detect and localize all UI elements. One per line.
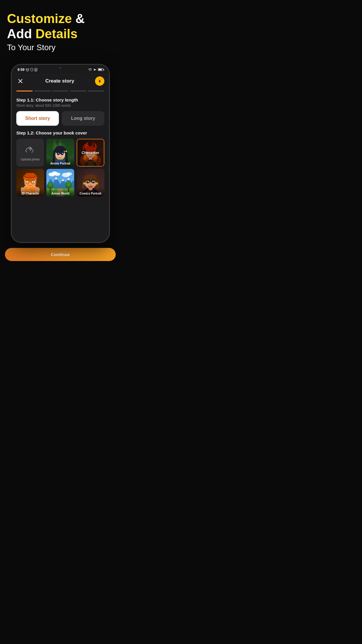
alarm-icon [26,68,29,71]
close-button[interactable] [16,77,24,85]
anime-world-card[interactable]: Anime World [46,169,74,197]
svg-point-70 [66,181,71,186]
long-story-button[interactable]: Long story [62,111,104,126]
character-overlay-label: Character [77,139,104,166]
story-length-selector: Short story Long story [12,111,109,130]
top-nav: Create story [12,73,109,89]
progress-segment-2 [34,90,50,92]
svg-point-17 [62,153,63,154]
svg-rect-42 [25,173,35,177]
status-icons-right [88,68,103,71]
progress-segment-3 [52,90,68,92]
battery-icon [98,68,103,71]
upload-photo-card[interactable]: Upload photo [16,139,44,167]
short-story-button[interactable]: Short story [16,111,59,126]
comics-portrait-label: Comics Portrait [77,187,104,197]
title-amp: & [75,11,85,26]
svg-rect-5 [99,82,100,83]
step1-title: Step 1.1: Choose story length [16,97,104,102]
wifi-icon [88,68,92,71]
hint-button[interactable] [95,76,104,86]
anime-portrait-card[interactable]: Anime Portrait [46,139,74,167]
book-cover-section: Step 1.2: Choose your book cover Upload … [12,130,109,197]
status-left: 9:59 [17,68,37,72]
comics-portrait-card[interactable]: Comics Portrait [77,169,104,197]
svg-point-91 [83,183,87,186]
svg-line-4 [98,79,99,79]
title-details: Details [36,27,78,41]
svg-point-50 [27,182,27,182]
camera-dot [59,67,61,69]
upload-icon [24,144,36,156]
nav-title: Create story [24,78,95,84]
character-card[interactable]: Character [77,139,104,167]
title-customize: Customize [7,11,72,26]
svg-point-16 [58,153,59,154]
download-icon [34,68,37,71]
anime-world-label: Anime World [46,187,74,197]
shield-icon [30,68,33,71]
svg-point-51 [34,182,34,182]
app-content: Create story [12,73,109,242]
svg-point-11 [55,146,66,154]
phone-notch [49,65,72,71]
upload-label: Upload photo [21,158,40,161]
cta-label: Continue [51,252,70,257]
bottom-spacer [12,197,109,214]
title-add: Add [7,27,36,41]
3d-character-card[interactable]: 3D Character [16,169,44,197]
svg-point-87 [88,181,88,182]
title-line2: Add Details [7,27,114,41]
svg-point-61 [55,173,60,176]
phone-mockup: 9:59 [11,64,110,243]
airplane-icon [93,68,97,71]
cta-button[interactable]: Continue [5,248,116,261]
svg-point-53 [34,183,36,186]
svg-point-88 [93,181,94,182]
svg-point-52 [24,183,27,186]
step1-subtitle: Short story: about 500–1000 words [16,104,104,108]
3d-character-label: 3D Character [16,187,44,197]
svg-point-92 [94,183,98,186]
header-section: Customize & Add Details To Your Story [0,0,121,58]
bottom-section: Continue [0,246,121,263]
status-bar: 9:59 [12,65,109,73]
progress-segment-5 [88,90,104,92]
step-1-section: Step 1.1: Choose story length Short stor… [12,95,109,111]
svg-point-63 [66,172,72,176]
status-time: 9:59 [17,68,24,72]
anime-portrait-label: Anime Portrait [46,157,74,167]
title-line1: Customize & [7,12,114,26]
svg-point-67 [48,182,52,187]
progress-segment-1 [16,90,33,92]
progress-segment-4 [70,90,86,92]
svg-line-3 [101,79,102,79]
phone-container: 9:59 [0,64,121,243]
header-subtitle: To Your Story [7,43,114,52]
step2-title: Step 1.2: Choose your book cover [16,130,104,135]
book-grid: Upload photo [16,139,104,197]
progress-bar [12,89,109,95]
